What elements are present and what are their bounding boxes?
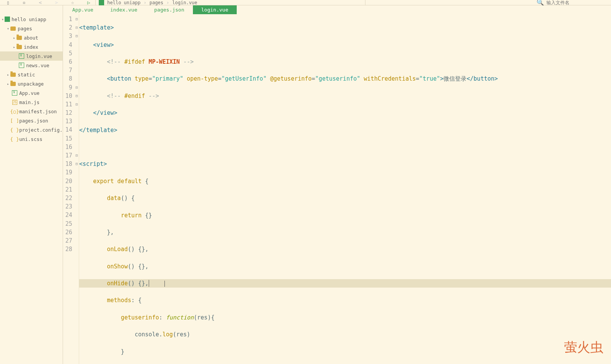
tab-loginvue[interactable]: login.vue <box>193 5 237 14</box>
code-editor[interactable]: 1234567891011121314151617181920212223242… <box>63 14 611 364</box>
chevron-down-icon: ▾ <box>6 26 10 31</box>
line-number-gutter: 1234567891011121314151617181920212223242… <box>63 14 75 364</box>
tree-label: hello uniapp <box>12 17 46 22</box>
tree-folder-static[interactable]: ▸ static <box>0 70 63 79</box>
folder-icon <box>10 81 16 87</box>
tree-label: main.js <box>19 99 40 105</box>
breadcrumb-sep: › <box>144 0 146 5</box>
tree-file-projectconfig[interactable]: { } project.config.json <box>0 125 63 134</box>
vue-icon <box>12 90 18 96</box>
project-icon <box>5 17 10 22</box>
chevron-right-icon: ▸ <box>6 73 10 77</box>
project-icon <box>99 0 104 5</box>
star-icon[interactable]: ☆ <box>69 0 76 5</box>
tree-label: pages <box>18 26 32 31</box>
text-cursor <box>149 280 149 287</box>
tree-label: about <box>24 35 38 41</box>
chevron-right-icon: ▸ <box>12 36 16 40</box>
toolbar-icons: ▯ ▫ < > ☆ ▷ <box>3 0 92 5</box>
scss-icon: { } <box>12 136 18 142</box>
new-icon[interactable]: ▯ <box>5 0 12 5</box>
secondary-cursor <box>164 281 165 287</box>
tree-file-uniscss[interactable]: { } uni.scss <box>0 134 63 144</box>
tree-label: login.vue <box>26 53 52 59</box>
chevron-right-icon: ▸ <box>6 82 10 86</box>
breadcrumb-sep: › <box>166 0 169 5</box>
code-content[interactable]: <template> <view> <!-- #ifdef MP-WEIXIN … <box>79 14 611 364</box>
tree-folder-unpackage[interactable]: ▸ unpackage <box>0 79 63 88</box>
tab-pagesjson[interactable]: pages.json <box>146 5 193 14</box>
folder-icon <box>10 25 16 31</box>
tree-root[interactable]: ▾ hello uniapp <box>0 15 63 24</box>
json-icon: { } <box>12 127 18 133</box>
js-icon: JS <box>12 99 18 105</box>
editor-area: App.vue index.vue pages.json login.vue 1… <box>63 5 611 364</box>
chevron-down-icon: ▾ <box>1 17 5 22</box>
save-icon[interactable]: ▫ <box>21 0 28 5</box>
tab-appvue[interactable]: App.vue <box>64 5 102 14</box>
breadcrumb[interactable]: hello uniapp › pages › login.vue <box>99 0 197 5</box>
toolbar: ▯ ▫ < > ☆ ▷ hello uniapp › pages › login… <box>0 0 611 5</box>
json-icon: [ ] <box>12 117 18 124</box>
tree-file-mainjs[interactable]: JS main.js <box>0 98 63 107</box>
tree-file-appvue[interactable]: App.vue <box>0 88 63 98</box>
tree-label: unpackage <box>18 81 44 87</box>
chevron-right-icon: ▸ <box>12 45 16 49</box>
tree-folder-index[interactable]: ▸ index <box>0 42 63 51</box>
tree-folder-pages[interactable]: ▾ pages <box>0 24 63 33</box>
vue-icon <box>18 62 25 68</box>
folder-icon <box>16 35 22 41</box>
watermark: 萤火虫 <box>564 339 603 356</box>
tree-label: manifest.json <box>19 109 57 114</box>
fold-column: ⊟⊟⊟⊟⊟⊟⊟⊟ <box>75 14 79 364</box>
json-icon: {○} <box>12 108 18 114</box>
breadcrumb-item[interactable]: hello uniapp <box>107 0 141 5</box>
tree-label: project.config.json <box>19 127 63 133</box>
tree-label: static <box>18 72 35 78</box>
tree-label: pages.json <box>19 118 48 124</box>
folder-icon <box>16 44 22 50</box>
folder-icon <box>10 71 16 78</box>
back-icon[interactable]: < <box>37 0 44 5</box>
tree-label: index <box>24 44 38 50</box>
tree-file-login[interactable]: login.vue <box>0 51 63 61</box>
vue-icon <box>18 53 25 59</box>
tree-file-news[interactable]: news.vue <box>0 61 63 70</box>
tabs: App.vue index.vue pages.json login.vue <box>63 5 611 14</box>
tab-indexvue[interactable]: index.vue <box>102 5 146 14</box>
tree-folder-about[interactable]: ▸ about <box>0 33 63 42</box>
tree-file-manifest[interactable]: {○} manifest.json <box>0 107 63 116</box>
forward-icon[interactable]: > <box>53 0 60 5</box>
tree-label: news.vue <box>26 63 49 68</box>
tree-label: App.vue <box>19 90 40 96</box>
sidebar: ▾ hello uniapp ▾ pages ▸ about ▸ index l… <box>0 5 63 364</box>
run-icon[interactable]: ▷ <box>85 0 92 5</box>
breadcrumb-item[interactable]: pages <box>149 0 163 5</box>
search-input[interactable] <box>546 0 608 5</box>
tree-label: uni.scss <box>19 136 42 142</box>
breadcrumb-item[interactable]: login.vue <box>172 0 197 5</box>
tree-file-pagesjson[interactable]: [ ] pages.json <box>0 116 63 125</box>
